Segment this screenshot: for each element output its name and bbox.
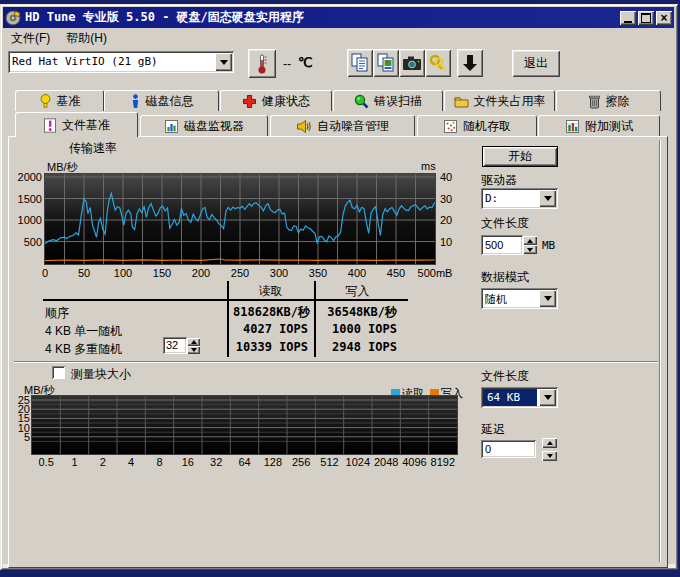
chart1-xtick: 300 [261, 267, 297, 279]
tab-file-benchmark[interactable]: 文件基准 [15, 112, 138, 137]
tab-disk-monitor[interactable]: 磁盘监视器 [140, 115, 268, 137]
trash-icon [588, 94, 601, 109]
block-file-length-value: 64 KB [483, 389, 537, 406]
data-mode-label: 数据模式 [481, 269, 529, 286]
chart1-xtick: 0 [27, 267, 63, 279]
drive-combo-arrow[interactable] [539, 190, 556, 207]
delay-value: 0 [481, 440, 536, 458]
col-write-header: 写入 [314, 281, 401, 300]
register-button[interactable] [425, 49, 451, 77]
tab-extra-tests[interactable]: 附加测试 [538, 115, 660, 137]
tab-error-scan-label: 错误扫描 [374, 93, 422, 110]
row-4k-single-label: 4 KB 单一随机 [45, 323, 122, 340]
tab-disk-info[interactable]: 磁盘信息 [104, 90, 219, 111]
chart1-ylabel-right: ms [421, 160, 436, 172]
data-mode-value: 随机 [481, 288, 537, 309]
file-length-down[interactable] [523, 245, 537, 254]
chart2-xtick: 8192 [426, 456, 460, 468]
measure-block-checkbox[interactable] [52, 366, 65, 379]
temperature-button[interactable] [248, 49, 276, 78]
file-length-field[interactable]: 500 [481, 235, 523, 255]
window-title: HD Tune 专业版 5.50 - 硬盘/固态硬盘实用程序 [25, 9, 304, 26]
extra-tests-icon [565, 119, 580, 134]
chart2-ytick: 5 [8, 431, 30, 443]
queue-depth-down[interactable] [187, 346, 200, 354]
tab-folder-usage[interactable]: 文件夹占用率 [444, 90, 555, 111]
magnifier-icon [354, 94, 369, 109]
chart1-ytick-right: 40 [440, 171, 460, 183]
tab-random-access[interactable]: 随机存取 [417, 115, 537, 137]
exit-button-label: 退出 [524, 55, 548, 72]
measure-block-label: 测量块大小 [71, 366, 131, 383]
chart1-ytick-left: 500 [12, 236, 42, 248]
delay-up[interactable] [542, 438, 557, 448]
row-sequential-write: 36548KB/秒 [322, 304, 397, 321]
delay-down[interactable] [542, 451, 557, 461]
drive-select[interactable]: Red Hat VirtIO (21 gB) [8, 51, 234, 73]
tab-error-scan[interactable]: 错误扫描 [333, 90, 443, 111]
menu-file[interactable]: 文件(F) [3, 28, 58, 49]
tab-benchmark[interactable]: 基准 [15, 90, 104, 111]
block-file-length-arrow[interactable] [539, 389, 556, 406]
drive-combo[interactable]: D: [481, 188, 558, 209]
minimize-button[interactable] [620, 11, 636, 25]
start-button[interactable]: 开始 [482, 146, 558, 167]
save-button[interactable] [457, 49, 483, 77]
chart1-ylabel-left: MB/秒 [47, 160, 78, 175]
temperature-unit: ℃ [298, 55, 313, 70]
row-4k-single-write: 1000 IOPS [322, 322, 397, 336]
exit-button[interactable]: 退出 [512, 50, 560, 77]
chart1-xtick: 350 [300, 267, 336, 279]
transfer-rate-label: 传输速率 [69, 140, 117, 157]
close-button[interactable]: × [656, 11, 672, 25]
file-length-label: 文件长度 [481, 215, 529, 232]
data-mode-combo[interactable]: 随机 [481, 288, 558, 309]
tab-aam[interactable]: 自动噪音管理 [270, 115, 415, 137]
desktop: HD Tune 专业版 5.50 - 硬盘/固态硬盘实用程序 × 文件(F) 帮… [0, 0, 680, 577]
right-separator [659, 140, 661, 562]
delay-label: 延迟 [481, 421, 505, 438]
file-length-value: 500 [481, 235, 523, 255]
row-4k-multi-write: 2948 IOPS [322, 340, 397, 354]
tab-aam-label: 自动噪音管理 [317, 118, 389, 135]
chart1-ytick-right: 10 [440, 236, 460, 248]
maximize-button[interactable] [638, 11, 654, 25]
chart1-ytick-right: 20 [440, 214, 460, 226]
speaker-icon [296, 119, 312, 134]
queue-depth-up[interactable] [187, 338, 200, 346]
start-button-label: 开始 [508, 148, 532, 165]
chart1-xtick: 500mB [417, 267, 453, 279]
row-4k-single-read: 4027 IOPS [233, 322, 308, 336]
chart1-xtick: 400 [339, 267, 375, 279]
file-length-up[interactable] [523, 236, 537, 245]
menu-help[interactable]: 帮助(H) [58, 28, 115, 49]
block-file-length-combo[interactable]: 64 KB [481, 387, 558, 408]
table-divider-1 [227, 281, 229, 357]
scatter-dots-icon [443, 119, 458, 134]
drive-select-value: Red Hat VirtIO (21 gB) [8, 51, 213, 73]
drive-select-arrow[interactable] [215, 53, 232, 71]
tab-health-label: 健康状态 [262, 93, 310, 110]
tab-extra-tests-label: 附加测试 [585, 118, 633, 135]
disk-monitor-icon [164, 119, 179, 134]
screenshot-button[interactable] [399, 49, 425, 77]
chart1-xtick: 150 [144, 267, 180, 279]
tab-health[interactable]: 健康状态 [220, 90, 332, 111]
drive-label: 驱动器 [481, 172, 517, 189]
info-icon [130, 94, 141, 109]
copy-image-button[interactable] [373, 49, 399, 77]
chart1-xtick: 200 [183, 267, 219, 279]
copy-text-button[interactable] [347, 49, 373, 77]
health-cross-icon [242, 94, 257, 109]
queue-depth-field[interactable]: 32 [163, 337, 187, 354]
delay-field[interactable]: 0 [481, 440, 536, 458]
tab-erase[interactable]: 擦除 [556, 90, 661, 111]
thermometer-icon [256, 54, 268, 74]
transfer-rate-chart-svg [45, 174, 435, 264]
data-mode-arrow[interactable] [539, 290, 556, 307]
chart1-ytick-left: 2000 [12, 171, 42, 183]
table-header-rule [43, 299, 408, 301]
queue-depth-value: 32 [163, 337, 187, 354]
row-4k-multi-read: 10339 IOPS [233, 340, 308, 354]
chart1-xtick: 100 [105, 267, 141, 279]
